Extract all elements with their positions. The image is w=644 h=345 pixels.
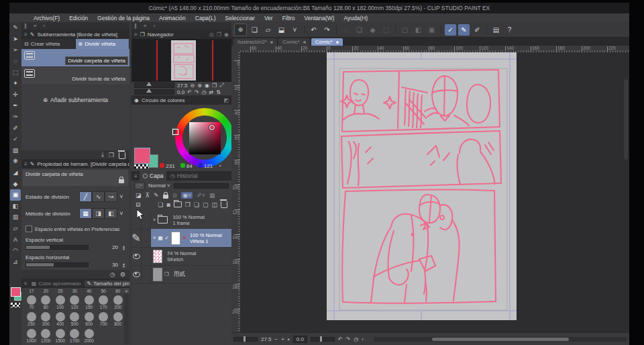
brush-size-1000[interactable]: 1000 bbox=[24, 329, 39, 343]
snap-to-ruler-button[interactable]: ✓ bbox=[445, 24, 456, 36]
clip-studio-logo[interactable]: ⊛ bbox=[234, 23, 247, 36]
eye-icon[interactable] bbox=[133, 254, 140, 259]
gradient-tool[interactable]: ▥ bbox=[10, 211, 21, 223]
layer-row-sketch[interactable]: 74 % Normal SKetch bbox=[131, 247, 231, 266]
clear-button[interactable]: ▣ bbox=[426, 24, 437, 36]
layer-row-vineta1[interactable]: ✎ ˅ ▦ ✓ ✕ 100 % Normal Viñeta 1 bbox=[131, 229, 231, 248]
import-subtool-icon[interactable]: ⤓ bbox=[101, 151, 104, 158]
brush-size-25[interactable]: 25 bbox=[53, 289, 68, 293]
division-state-dropdown[interactable]: ˅ bbox=[117, 191, 125, 202]
fit-to-window-icon[interactable]: ⤢ bbox=[219, 82, 223, 89]
decoration-tool[interactable]: ❋ bbox=[10, 156, 21, 167]
collapse-status-icon[interactable]: ‹ bbox=[362, 336, 364, 342]
eyedropper-tool[interactable]: ✒ bbox=[10, 100, 21, 111]
subtool-item-dividir-borde[interactable]: Dividir borde de viñeta bbox=[21, 67, 129, 85]
panel-menu-icon[interactable]: ≡ bbox=[24, 281, 28, 287]
zoom-in-icon[interactable]: + bbox=[281, 336, 284, 342]
brush-grid-scrollbar[interactable]: ▲ bbox=[124, 289, 129, 344]
open-file-button[interactable]: ▱ bbox=[262, 24, 274, 36]
transfer-to-lower-icon[interactable]: ❐ bbox=[185, 201, 191, 208]
brush-size-60[interactable]: 60 bbox=[111, 289, 125, 293]
menu-item-1[interactable]: Archivo(F) bbox=[34, 15, 60, 21]
dock-collapse-icon[interactable]: « bbox=[144, 23, 146, 29]
lasso-tool[interactable]: ◌ bbox=[10, 56, 21, 67]
transparent-color-swatch[interactable] bbox=[11, 303, 20, 307]
zoom-reset-icon[interactable]: ▪ bbox=[288, 336, 290, 342]
blend-mode-select[interactable]: Normal ˅ bbox=[148, 183, 170, 189]
flip-vertical-icon[interactable]: ⇅ bbox=[216, 89, 221, 95]
lock-transparent-icon[interactable]: ⊼ bbox=[146, 192, 150, 199]
menu-item-8[interactable]: Filtro bbox=[282, 15, 295, 21]
tab-dividir-vineta[interactable]: ≋ Dividir viñeta bbox=[76, 39, 130, 49]
rotate-right-icon[interactable]: ↷ bbox=[346, 336, 351, 342]
snap-to-grid-button[interactable]: ✐ bbox=[472, 24, 483, 36]
advanced-settings-icon[interactable]: ⚙ bbox=[120, 271, 125, 278]
menu-item-6[interactable]: Seleccionar bbox=[225, 15, 254, 21]
layer-checkbox-cell[interactable] bbox=[142, 247, 151, 265]
rotate-left-icon[interactable]: ↶ bbox=[338, 336, 343, 342]
brush-size-700[interactable]: 700 bbox=[97, 312, 111, 326]
menu-item-10[interactable]: Ayuda(H) bbox=[343, 15, 368, 21]
canvas-horizontal-scrollbar[interactable] bbox=[374, 337, 627, 342]
deselect-button[interactable]: ◌ bbox=[340, 24, 352, 36]
navigator-preview[interactable] bbox=[131, 39, 231, 82]
pen-tool[interactable]: ✑ bbox=[10, 111, 21, 123]
expand-chevron-icon[interactable]: ˅ bbox=[153, 235, 156, 241]
horizontal-space-spinner[interactable]: ▲▼ bbox=[122, 262, 125, 268]
ruler-tool[interactable]: ⊿ bbox=[10, 256, 21, 267]
layer-row-paper[interactable]: ❐ 用紙 bbox=[131, 265, 231, 284]
layer-name[interactable]: Viñeta 1 bbox=[190, 238, 208, 244]
figure-tool[interactable]: ▱ bbox=[10, 223, 21, 234]
new-document-button[interactable]: ❏ bbox=[249, 24, 260, 36]
color-slider-tab-icon[interactable]: ◩ bbox=[223, 97, 229, 103]
eraser-tool[interactable]: ◢ bbox=[10, 167, 21, 179]
delete-layer-icon[interactable] bbox=[221, 201, 227, 208]
horizontal-space-slider[interactable] bbox=[25, 262, 89, 267]
division-state-polyline-button[interactable]: ∿ bbox=[92, 191, 105, 202]
brush-size-1500[interactable]: 1500 bbox=[53, 329, 68, 343]
reset-settings-icon[interactable]: ◷ bbox=[110, 271, 115, 278]
layer-visibility-cell[interactable] bbox=[131, 265, 142, 283]
brush-size-1700[interactable]: 1700 bbox=[68, 329, 83, 343]
text-tool[interactable]: A bbox=[10, 234, 21, 245]
vertical-space-slider[interactable] bbox=[25, 245, 89, 250]
menu-item-3[interactable]: Gestión de la página bbox=[97, 15, 150, 21]
zoom-value[interactable]: 27.5 bbox=[177, 83, 188, 89]
menu-item-7[interactable]: Ver bbox=[264, 15, 273, 21]
redo-button[interactable]: ↷ bbox=[321, 24, 333, 36]
brush-size-500[interactable]: 500 bbox=[68, 312, 83, 326]
expand-selection-button[interactable]: ⬚ bbox=[380, 24, 392, 36]
brush-size-250[interactable]: 250 bbox=[24, 312, 39, 326]
panel-menu-icon[interactable]: ≡ bbox=[24, 32, 28, 38]
frame-border-tool[interactable]: ▣ bbox=[10, 189, 21, 201]
status-zoom-slider[interactable] bbox=[233, 337, 258, 342]
fit-to-screen-icon[interactable]: ❐ bbox=[212, 83, 217, 89]
main-color-swatch[interactable] bbox=[11, 287, 21, 297]
document-tab-1[interactable]: Ilustración2* bbox=[233, 38, 277, 46]
add-subtool-button[interactable]: ⊕ Añadir subherramienta bbox=[21, 95, 129, 105]
invert-selection-button[interactable]: ◆ bbox=[367, 24, 378, 36]
create-mask-icon[interactable]: ▢ bbox=[203, 201, 209, 208]
status-rotation-slider[interactable] bbox=[311, 337, 335, 342]
mask-area-icon[interactable]: ▦ bbox=[209, 192, 215, 199]
brush-tool[interactable]: ✓ bbox=[10, 134, 21, 145]
division-method-3-button[interactable]: ◧ bbox=[105, 208, 117, 219]
hue-ring-marker[interactable] bbox=[172, 129, 178, 135]
information-tab-icon[interactable]: ◉ bbox=[224, 32, 229, 38]
subtool-item-dividir-carpeta[interactable]: Dividir carpeta de viñeta bbox=[21, 49, 129, 67]
brush-size-200[interactable]: 200 bbox=[111, 295, 125, 309]
sv-marker[interactable] bbox=[209, 125, 215, 130]
layer-checkbox-cell[interactable] bbox=[142, 229, 151, 247]
operation-tool[interactable]: ➤ bbox=[10, 34, 21, 45]
magic-wand-tool[interactable]: ✦ bbox=[10, 78, 21, 89]
division-state-straight-button[interactable]: ╱ bbox=[79, 191, 92, 202]
comic-page[interactable] bbox=[327, 52, 517, 320]
tab-close-dot-icon[interactable] bbox=[303, 41, 306, 44]
brush-size-1200[interactable]: 1200 bbox=[39, 329, 54, 343]
link-icon[interactable]: ⊘ bbox=[172, 192, 178, 199]
new-vector-layer-icon[interactable]: ◙ bbox=[166, 201, 170, 208]
apply-mask-icon[interactable]: ◫ bbox=[211, 201, 217, 208]
object-tool[interactable]: ➢ bbox=[10, 44, 21, 56]
lock-layer-icon[interactable] bbox=[163, 195, 168, 199]
document-tab-2[interactable]: Comic* bbox=[278, 38, 310, 46]
